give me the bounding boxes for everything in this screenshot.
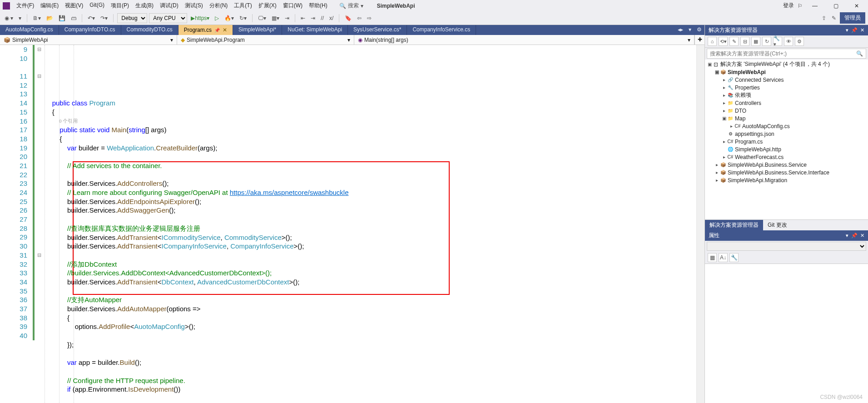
close-button[interactable]: ✕ — [848, 1, 865, 11]
props-settings-button[interactable]: 🔧 — [729, 253, 739, 262]
document-tab[interactable]: CompanyInfoDTO.cs — [59, 25, 121, 35]
menu-item[interactable]: 生成(B) — [133, 0, 156, 11]
overview-ruler[interactable] — [696, 45, 704, 403]
document-tab[interactable]: AuotoMapConfig.cs — [0, 25, 59, 35]
code-editor[interactable]: 9101112131415161718192021222324252627282… — [0, 45, 704, 403]
menu-item[interactable]: 编辑(E) — [38, 0, 61, 11]
search-icon[interactable]: 🔍 — [853, 49, 866, 58]
next-bookmark-button[interactable]: ⇨ — [365, 14, 373, 22]
minimize-button[interactable]: — — [806, 1, 823, 11]
solution-root[interactable]: ▣⊡解决方案 'SimpleWebApi' (4 个项目，共 4 个) — [705, 60, 868, 68]
class-crumb[interactable]: ◆SimpleWebApi.Program▾ — [177, 35, 354, 45]
tree-node[interactable]: ▸📦SimpleWebApi.Migration — [705, 176, 868, 184]
start-debug-button[interactable]: ▶ https ▾ — [189, 14, 211, 22]
pending-button[interactable]: ✎ — [729, 37, 739, 46]
indent-more-button[interactable]: ⇥ — [309, 14, 317, 22]
document-tab[interactable]: NuGet: SimpleWebApi — [282, 25, 348, 35]
prev-bookmark-button[interactable]: ⇦ — [355, 14, 363, 22]
preview-button[interactable]: 👁 — [784, 37, 793, 46]
tree-node[interactable]: ▸📚依赖项 — [705, 91, 868, 99]
browser-select[interactable]: 🖵▾ — [256, 14, 268, 22]
properties-button[interactable]: 🔧▾ — [773, 37, 782, 46]
menu-item[interactable]: 文件(F) — [14, 0, 37, 11]
document-tab[interactable]: SimpleWebApi* — [233, 25, 282, 35]
panel-pin-icon[interactable]: 📌 — [851, 27, 858, 33]
save-button[interactable]: 💾 — [57, 14, 67, 22]
method-crumb[interactable]: ◉Main(string[] args)▾ — [354, 35, 694, 45]
solution-tree[interactable]: ▣⊡解决方案 'SimpleWebApi' (4 个项目，共 4 个) ▣📦Si… — [705, 60, 868, 219]
maximize-button[interactable]: ▢ — [827, 1, 844, 11]
menu-item[interactable]: 视图(V) — [62, 0, 86, 11]
tabs-settings-button[interactable]: ⚙ — [694, 25, 704, 35]
tabs-dropdown-button[interactable]: ▾ — [686, 25, 694, 35]
menu-item[interactable]: 窗口(W) — [280, 0, 305, 11]
tree-node[interactable]: ▣📁Map — [705, 114, 868, 122]
close-icon[interactable]: ✕ — [223, 27, 227, 33]
settings-button[interactable]: ⚙ — [795, 37, 804, 46]
new-file-button[interactable]: 🗎▾ — [31, 14, 43, 22]
layout-button[interactable]: ▦▾ — [270, 14, 281, 22]
panel-close-icon[interactable]: ✕ — [860, 233, 864, 239]
split-editor-button[interactable]: ✚ — [694, 35, 704, 45]
alphabetize-button[interactable]: A↓ — [719, 253, 728, 262]
tabs-overflow-button[interactable]: ◂▸ — [675, 25, 686, 35]
title-search[interactable]: 🔍 搜索 ▾ — [339, 2, 363, 10]
bookmark-button[interactable]: 🔖 — [343, 14, 353, 22]
tree-node[interactable]: ▸C#AuotoMapConfig.cs — [705, 122, 868, 130]
document-tab[interactable]: CompanyInfoService.cs — [407, 25, 476, 35]
panel-dropdown-icon[interactable]: ▾ — [846, 233, 848, 239]
indent-less-button[interactable]: ⇤ — [299, 14, 307, 22]
comment-button[interactable]: // — [319, 14, 326, 22]
document-tab[interactable]: CommodityDTO.cs — [121, 25, 179, 35]
document-tab[interactable]: SysUserService.cs* — [348, 25, 407, 35]
menu-item[interactable]: 帮助(H) — [306, 0, 330, 11]
menu-item[interactable]: 工具(T) — [231, 0, 254, 11]
tab-solution-explorer[interactable]: 解决方案资源管理器 — [705, 220, 763, 230]
project-crumb[interactable]: 📦SimpleWebApi▾ — [0, 35, 177, 45]
uncomment-button[interactable]: x/ — [327, 14, 335, 22]
platform-select[interactable]: Any CPU — [149, 13, 187, 23]
menu-item[interactable]: 扩展(X) — [256, 0, 279, 11]
tab-git-changes[interactable]: Git 更改 — [763, 220, 792, 230]
pin-icon[interactable]: 📌 — [214, 28, 220, 33]
collapse-button[interactable]: ⊟ — [740, 37, 749, 46]
tree-node[interactable]: ▣📦SimpleWebApi — [705, 68, 868, 76]
tree-node[interactable]: ▸🔗Connected Services — [705, 76, 868, 84]
tree-node[interactable]: ⚙appsettings.json — [705, 130, 868, 138]
redo-button[interactable]: ↷▾ — [99, 14, 109, 22]
start-nodebug-button[interactable]: ▷ — [213, 14, 221, 22]
refresh-button[interactable]: ↻ — [762, 37, 771, 46]
menu-item[interactable]: 项目(P) — [108, 0, 132, 11]
tree-node[interactable]: ▸📦SimpleWebApi.Business.Service.Interfac… — [705, 169, 868, 176]
document-tab[interactable]: Program.cs 📌 ✕ — [179, 25, 233, 35]
config-select[interactable]: Debug — [117, 13, 147, 23]
menu-item[interactable]: Git(G) — [87, 0, 107, 11]
undo-button[interactable]: ↶▾ — [86, 14, 97, 22]
tree-node[interactable]: 🌐SimpleWebApi.http — [705, 145, 868, 153]
tree-node[interactable]: ▸📁Controllers — [705, 99, 868, 107]
panel-dropdown-icon[interactable]: ▾ — [846, 27, 848, 33]
categorize-button[interactable]: ▦ — [708, 253, 717, 262]
login-link[interactable]: 登录 — [783, 2, 794, 10]
step-button[interactable]: ⇥ — [283, 14, 291, 22]
refresh-button[interactable]: ↻▾ — [238, 14, 248, 22]
tree-node[interactable]: ▸C#WeatherForecast.cs — [705, 153, 868, 161]
hot-reload-button[interactable]: 🔥▾ — [223, 14, 236, 22]
live-share-button[interactable]: ⇪ — [820, 14, 828, 22]
feedback-button[interactable]: ✎ — [830, 14, 838, 22]
sync-button[interactable]: ⟲▾ — [719, 37, 728, 46]
home-button[interactable]: ⌂ — [708, 37, 717, 46]
menu-item[interactable]: 调试(D) — [157, 0, 181, 11]
nav-fwd-button[interactable]: ▾ — [17, 14, 23, 22]
solution-search[interactable]: 🔍 — [707, 49, 866, 59]
solution-search-input[interactable] — [707, 49, 853, 58]
show-all-button[interactable]: ▦ — [751, 37, 760, 46]
menu-item[interactable]: 分析(N) — [207, 0, 231, 11]
panel-pin-icon[interactable]: 📌 — [851, 233, 858, 239]
nav-back-button[interactable]: ◉ ▾ — [3, 14, 15, 22]
tree-node[interactable]: ▸📦SimpleWebApi.Business.Service — [705, 161, 868, 169]
panel-close-icon[interactable]: ✕ — [860, 27, 864, 33]
tree-node[interactable]: ▸📁DTO — [705, 107, 868, 114]
menu-item[interactable]: 测试(S) — [182, 0, 206, 11]
tree-node[interactable]: ▸🔧Properties — [705, 84, 868, 91]
